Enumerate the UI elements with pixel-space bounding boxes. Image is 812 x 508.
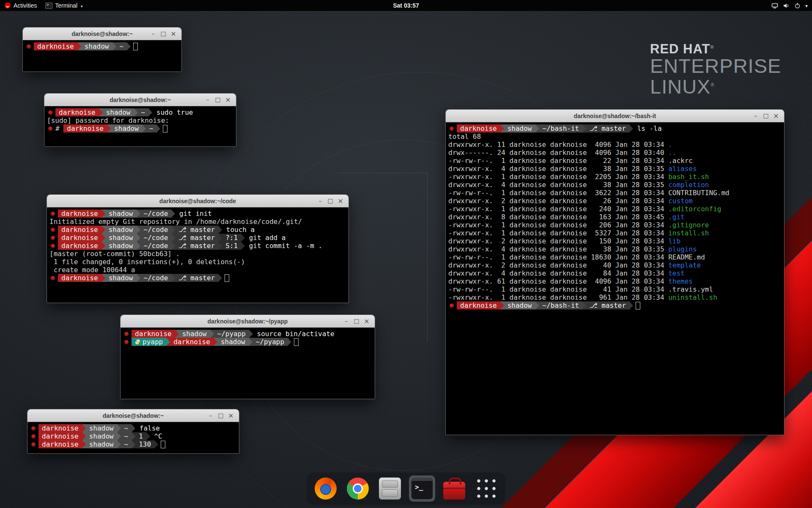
prompt-segment-label: 130 — [139, 440, 151, 448]
maximize-button[interactable]: □ — [216, 409, 225, 422]
powerline-arrow-icon — [156, 124, 160, 133]
prompt-segment-path: ~/code — [140, 274, 172, 282]
minimize-button[interactable]: – — [751, 110, 760, 122]
titlebar[interactable]: darknoise@shadow:~–□× — [27, 409, 239, 422]
maximize-button[interactable]: □ — [761, 110, 771, 122]
prompt-segment-gray: shadow — [111, 124, 142, 133]
terminal-line: darknoiseshadow~/bash-it⎇ master — [448, 301, 782, 309]
terminal-line: darknoiseshadow~ false — [30, 424, 236, 432]
close-button[interactable]: × — [336, 195, 345, 207]
powerline-arrow-icon — [107, 124, 111, 133]
terminal-window-home-1[interactable]: darknoise@shadow:~–□×darknoiseshadow~ — [22, 27, 182, 72]
window-controls: –□× — [148, 28, 181, 40]
terminal-line: -rwxrwxr-x. 1 darknoise darknoise 961 Ja… — [448, 293, 782, 301]
minimize-button[interactable]: – — [206, 409, 215, 422]
terminal-line: darknoiseshadow~/code⎇ masterS:1 git com… — [49, 242, 346, 250]
maximize-button[interactable]: □ — [213, 94, 222, 106]
prompt-distro-icon — [27, 44, 31, 49]
prompt-segment-gray: shadow — [86, 432, 117, 440]
terminal-text: -rw-rw-r--. 1 darknoise darknoise 18630 … — [448, 253, 668, 261]
terminal-line: darknoiseshadow~ — [25, 42, 179, 50]
minimize-button[interactable]: – — [315, 195, 325, 207]
titlebar[interactable]: darknoise@shadow:~–□× — [44, 94, 236, 106]
terminal-text: drwxrwxr-x. 8 darknoise darknoise 163 Ja… — [448, 213, 668, 221]
powerline-arrow-icon — [171, 274, 175, 282]
terminal-content[interactable]: darknoiseshadow~ falsedarknoiseshadow~1 … — [27, 422, 239, 453]
prompt-segment-label: darknoise — [42, 432, 79, 440]
chevron-down-icon — [805, 2, 808, 9]
terminal-cursor — [163, 125, 167, 133]
titlebar[interactable]: darknoise@shadow:~–□× — [23, 28, 181, 40]
terminal-line: drwxrwxr-x. 8 darknoise darknoise 163 Ja… — [448, 213, 782, 221]
prompt-segment-label: shadow — [508, 301, 532, 309]
close-button[interactable]: × — [169, 28, 178, 40]
terminal-line: -rwxrwxr-x. 1 darknoise darknoise 5327 J… — [448, 229, 782, 237]
maximize-button[interactable]: □ — [159, 28, 168, 40]
terminal-text: -rw-rw-r--. 1 darknoise darknoise 3622 J… — [448, 189, 668, 197]
prompt-segment-label: darknoise — [460, 301, 497, 309]
minimize-button[interactable]: – — [148, 28, 158, 40]
powerline-arrow-icon — [500, 124, 504, 133]
powerline-arrow-icon — [132, 424, 135, 432]
close-button[interactable]: × — [771, 110, 781, 122]
prompt-segment-label: ⎇ master — [590, 124, 626, 133]
close-button[interactable]: × — [226, 409, 236, 422]
terminal-window-bash-it[interactable]: darknoise@shadow:~/bash-it–□×darknoisesh… — [445, 109, 785, 435]
terminal-window-home-2[interactable]: darknoise@shadow:~–□×darknoiseshadow~ fa… — [27, 409, 239, 454]
titlebar[interactable]: darknoise@shadow:~/pyapp–□× — [121, 315, 375, 328]
dock-app-grid-button[interactable] — [473, 475, 499, 502]
powerline-arrow-icon — [218, 274, 222, 282]
terminal-content[interactable]: darknoiseshadow~/code git initInitialize… — [47, 207, 348, 303]
terminal-text: # — [55, 124, 63, 133]
terminal-text: ^C — [150, 432, 162, 440]
terminal-text: drwxrwxr-x. 4 darknoise darknoise 38 Jan… — [448, 181, 668, 189]
terminal-window-pyapp[interactable]: darknoise@shadow:~/pyapp–□×darknoiseshad… — [120, 315, 375, 399]
minimize-button[interactable]: – — [342, 315, 351, 327]
powerline-arrow-icon — [102, 242, 105, 250]
dock-toolbox-button[interactable] — [441, 475, 467, 502]
terminal-text: . — [668, 141, 672, 149]
terminal-text: -rwxrwxr-x. 1 darknoise darknoise 240 Ja… — [448, 205, 668, 213]
terminal-content[interactable]: darknoiseshadow~ sudo true[sudo] passwor… — [44, 106, 236, 146]
terminal-text: 1 file changed, 0 insertions(+), 0 delet… — [49, 258, 245, 266]
clock[interactable]: Sat 03:57 — [393, 2, 419, 9]
maximize-button[interactable]: □ — [352, 315, 361, 327]
terminal-window-code[interactable]: darknoise@shadow:~/code–□×darknoiseshado… — [47, 194, 349, 303]
terminal-window-sudo[interactable]: darknoise@shadow:~–□×darknoiseshadow~ su… — [44, 93, 236, 147]
terminal-text: drwxrwxr-x. 11 darknoise darknoise 4096 … — [448, 141, 668, 149]
terminal-line: # darknoiseshadow~ — [47, 124, 233, 133]
close-button[interactable]: × — [362, 315, 371, 327]
chrome-icon — [347, 478, 369, 500]
prompt-segment-red: darknoise — [58, 210, 102, 218]
titlebar[interactable]: darknoise@shadow:~/code–□× — [47, 195, 348, 207]
close-button[interactable]: × — [223, 94, 233, 106]
clock-container: Sat 03:57 — [0, 2, 812, 9]
terminal-content[interactable]: darknoiseshadow~ — [23, 40, 181, 72]
prompt-segment-path: ~ — [116, 42, 127, 50]
dock-files-button[interactable] — [377, 475, 403, 502]
minimize-button[interactable]: – — [203, 94, 212, 106]
powerline-arrow-icon — [175, 330, 179, 338]
powerline-arrow-icon — [171, 210, 175, 218]
titlebar[interactable]: darknoise@shadow:~/bash-it–□× — [446, 110, 784, 122]
terminal-content[interactable]: darknoiseshadow~/pyapp source bin/activa… — [121, 328, 375, 399]
powerline-arrow-icon — [134, 108, 138, 116]
activities-button[interactable]: Activities — [0, 0, 41, 11]
dock-terminal-button[interactable] — [409, 475, 435, 502]
powerline-arrow-icon — [132, 440, 135, 448]
powerline-arrow-icon — [117, 440, 121, 448]
terminal-content[interactable]: darknoiseshadow~/bash-it⎇ master ls -lat… — [446, 122, 784, 435]
prompt-segment-label: shadow — [85, 42, 109, 50]
dock-chrome-button[interactable] — [345, 475, 371, 502]
prompt-segment-gray: shadow — [81, 42, 112, 50]
maximize-button[interactable]: □ — [326, 195, 335, 207]
terminal-line: total 68 — [448, 133, 782, 141]
terminal-line: -rwxrwxr-x. 1 darknoise darknoise 206 Ja… — [448, 221, 782, 229]
app-menu-terminal[interactable]: Terminal — [41, 0, 88, 11]
system-status-area[interactable] — [771, 0, 812, 11]
prompt-segment-label: darknoise — [61, 226, 98, 234]
terminal-text: drwx------. 24 darknoise darknoise 4096 … — [448, 149, 668, 157]
terminal-line: darknoiseshadow~/bash-it⎇ master ls -la — [448, 124, 782, 133]
terminal-line: -rw-rw-r--. 1 darknoise darknoise 41 Jan… — [448, 285, 782, 293]
dock-firefox-button[interactable] — [313, 475, 339, 502]
